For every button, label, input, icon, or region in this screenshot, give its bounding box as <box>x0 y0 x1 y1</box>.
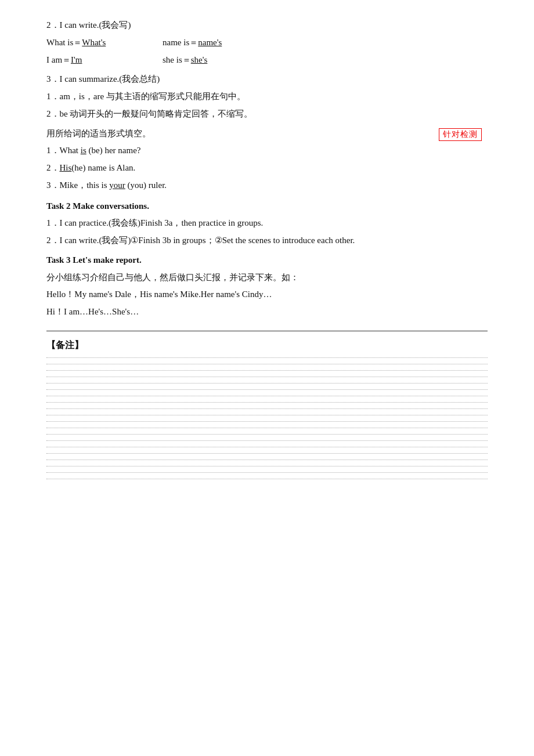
rule1: 1．am，is，are 与其主语的缩写形式只能用在句中。 <box>46 89 488 105</box>
dotted-line-4 <box>46 377 488 377</box>
whats-text: What's <box>82 38 106 47</box>
beizhu-section: 【备注】 <box>46 339 488 479</box>
section2-title: 2．I can write.(我会写) <box>46 17 488 34</box>
sheis-equals: she is＝she's <box>163 52 207 68</box>
dotted-line-2 <box>46 364 488 364</box>
task3-desc: 分小组练习介绍自己与他人，然后做口头汇报，并记录下来。如： <box>46 270 488 286</box>
fill-blank-item-1: 1． What is (be) her name? <box>46 143 488 159</box>
dotted-line-14 <box>46 440 488 441</box>
badge-text: 针对检测 <box>439 128 482 141</box>
rule2: 2．be 动词开头的一般疑问句简略肯定回答，不缩写。 <box>46 106 488 122</box>
section-divider <box>46 331 488 331</box>
dotted-line-16 <box>46 453 488 454</box>
fill-blank-instruction: 用所给词的适当形式填空。 <box>46 126 488 142</box>
dotted-line-20 <box>46 479 488 479</box>
dotted-line-1 <box>46 357 488 358</box>
dotted-line-5 <box>46 383 488 384</box>
dotted-line-12 <box>46 428 488 428</box>
section3-title: 3．I can summarize.(我会总结) <box>46 71 488 88</box>
dotted-line-3 <box>46 370 488 371</box>
task3-title: Task 3 Let's make report. <box>46 252 488 269</box>
nameis-equals: name is＝name's <box>163 35 279 51</box>
task3-example1: Hello！My name's Dale，His name's Mike.Her… <box>46 287 488 303</box>
task2-title: Task 2 Make conversations. <box>46 198 488 215</box>
fill-blank-item-3: 3． Mike，this is your (you) ruler. <box>46 178 488 194</box>
fill-blank-item-2: 2． His(he) name is Alan. <box>46 160 488 176</box>
task3-example2: Hi！I am…He's…She's… <box>46 304 488 320</box>
dotted-line-9 <box>46 408 488 409</box>
iam-equals: I am＝I'm <box>46 52 163 68</box>
whatis-equals: What is＝What's <box>46 35 163 51</box>
beizhu-title: 【备注】 <box>46 339 488 352</box>
names-text: name's <box>198 38 222 47</box>
dotted-line-19 <box>46 472 488 473</box>
dotted-line-11 <box>46 421 488 422</box>
dotted-line-7 <box>46 396 488 396</box>
dotted-line-18 <box>46 466 488 466</box>
dotted-line-13 <box>46 434 488 435</box>
dotted-line-8 <box>46 402 488 403</box>
task2-item2: 2．I can write.(我会写)①Finish 3b in groups；… <box>46 233 488 249</box>
dotted-line-17 <box>46 460 488 460</box>
im-text: I'm <box>71 55 82 64</box>
dotted-line-10 <box>46 415 488 415</box>
dotted-line-6 <box>46 389 488 390</box>
dotted-line-15 <box>46 447 488 447</box>
shes-text: she's <box>191 55 208 64</box>
task2-item1: 1．I can practice.(我会练)Finish 3a，then pra… <box>46 215 488 231</box>
